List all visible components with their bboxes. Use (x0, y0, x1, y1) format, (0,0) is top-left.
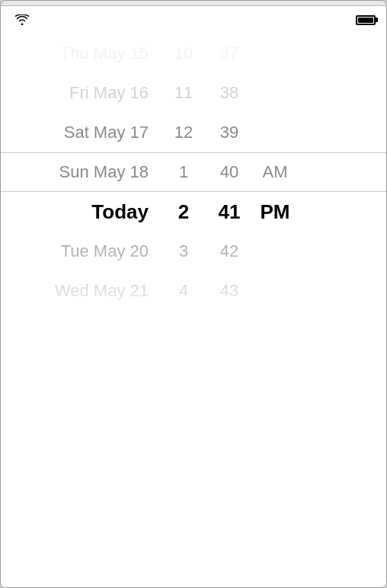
cell-minute-row-thu-may-15: 37 (206, 43, 252, 63)
cell-date-row-fri-may-16: Fri May 16 (8, 83, 161, 103)
picker-row-row-today[interactable]: Today241PM (1, 192, 386, 232)
cell-hour-row-tue-may-20: 3 (161, 241, 206, 261)
cell-minute-row-fri-may-16: 38 (206, 83, 252, 103)
phone-screen: Thu May 151037Fri May 161138Sat May 1712… (1, 34, 386, 587)
cell-date-row-today: Today (8, 200, 161, 224)
battery-icon (356, 15, 376, 25)
cell-ampm-row-today: PM (252, 200, 298, 224)
cell-date-row-thu-may-15: Thu May 15 (8, 43, 161, 63)
picker-row-row-sat-may-17[interactable]: Sat May 171239 (1, 113, 386, 152)
cell-minute-row-sat-may-17: 39 (206, 123, 252, 142)
picker-container[interactable]: Thu May 151037Fri May 161138Sat May 1712… (1, 34, 386, 311)
picker-row-row-tue-may-20[interactable]: Tue May 20342 (1, 232, 386, 271)
cell-hour-row-thu-may-15: 10 (161, 43, 206, 63)
cell-hour-row-sat-may-17: 12 (161, 123, 206, 142)
status-bar (1, 6, 386, 34)
cell-hour-row-fri-may-16: 11 (161, 83, 206, 103)
device-frame: Thu May 151037Fri May 161138Sat May 1712… (0, 0, 387, 588)
cell-hour-row-sun-may-18: 1 (161, 162, 206, 182)
battery-fill (358, 18, 373, 23)
cell-date-row-sun-may-18: Sun May 18 (8, 162, 161, 182)
cell-minute-row-sun-may-18: 40 (206, 162, 252, 182)
picker-row-row-sun-may-18[interactable]: Sun May 18140AM (1, 152, 386, 192)
cell-hour-row-today: 2 (161, 200, 206, 224)
cell-minute-row-today: 41 (206, 200, 252, 224)
title-bar (1, 1, 386, 6)
picker-row-row-wed-may-21[interactable]: Wed May 21443 (1, 271, 386, 311)
cell-date-row-tue-may-20: Tue May 20 (8, 241, 161, 261)
cell-hour-row-wed-may-21: 4 (161, 281, 206, 301)
wifi-icon (15, 14, 29, 25)
cell-minute-row-wed-may-21: 43 (206, 281, 252, 301)
carrier-area (11, 14, 29, 25)
picker-wheel[interactable]: Thu May 151037Fri May 161138Sat May 1712… (1, 34, 386, 311)
picker-row-row-fri-may-16[interactable]: Fri May 161138 (1, 73, 386, 113)
cell-date-row-wed-may-21: Wed May 21 (8, 281, 161, 301)
picker-row-row-thu-may-15[interactable]: Thu May 151037 (1, 34, 386, 73)
bottom-area (1, 311, 386, 588)
cell-ampm-row-sun-may-18: AM (252, 162, 298, 182)
cell-date-row-sat-may-17: Sat May 17 (8, 123, 161, 142)
cell-minute-row-tue-may-20: 42 (206, 241, 252, 261)
